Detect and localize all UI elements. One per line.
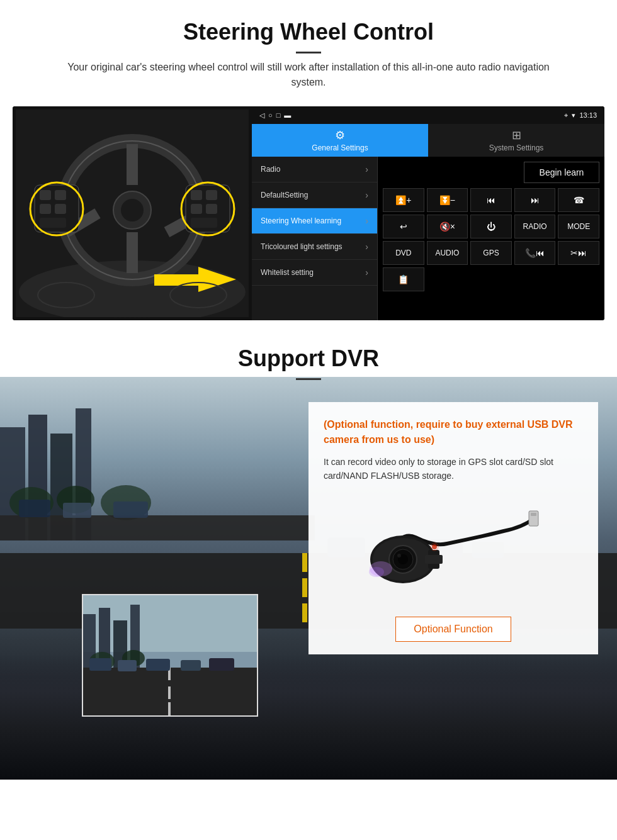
svg-rect-58 [168, 686, 171, 699]
ctrl-phone[interactable]: ☎ [558, 188, 599, 212]
tab-system-settings[interactable]: ⊞ System Settings [428, 124, 604, 157]
menu-item-whitelist[interactable]: Whitelist setting › [252, 260, 377, 286]
menu-whitelist-arrow: › [365, 267, 368, 277]
section1-header: Steering Wheel Control Your original car… [0, 0, 617, 106]
steering-photo-inner [13, 106, 252, 320]
steering-wheel-svg [16, 109, 249, 317]
svg-rect-12 [55, 190, 66, 200]
svg-rect-13 [40, 204, 51, 214]
begin-learn-button[interactable]: Begin learn [524, 162, 599, 183]
svg-rect-21 [191, 218, 217, 228]
svg-rect-61 [118, 660, 137, 671]
control-row-4: 📋 [383, 267, 599, 291]
ctrl-radio[interactable]: RADIO [514, 215, 556, 238]
menu-tricoloured-label: Tricoloured light settings [261, 242, 342, 251]
svg-rect-18 [206, 190, 217, 200]
svg-rect-14 [55, 204, 66, 214]
svg-rect-63 [181, 660, 201, 671]
menu-item-radio[interactable]: Radio › [252, 157, 377, 182]
menu-icon: ▬ [284, 111, 291, 119]
ctrl-vol-up[interactable]: ⏫+ [383, 188, 424, 212]
section1-divider [296, 52, 321, 53]
wifi-icon: ▾ [572, 111, 575, 120]
menu-steering-label: Steering Wheel learning [261, 216, 341, 225]
tab-general-settings[interactable]: ⚙ General Settings [252, 124, 428, 157]
menu-item-defaultsetting[interactable]: DefaultSetting › [252, 182, 377, 208]
gps-icon: ⌖ [564, 111, 568, 120]
svg-point-78 [369, 567, 384, 577]
svg-point-8 [121, 199, 144, 221]
tab-system-label: System Settings [489, 143, 544, 152]
menu-radio-arrow: › [365, 164, 368, 174]
home-icon: ○ [268, 111, 273, 119]
ctrl-prev-track[interactable]: ⏮ [470, 188, 512, 212]
dvr-info-box: (Optional function, require to buy exter… [308, 402, 598, 654]
svg-rect-17 [191, 190, 202, 200]
svg-point-72 [397, 554, 401, 557]
svg-rect-60 [89, 658, 111, 671]
steering-section: Steering Wheel Control Your original car… [0, 0, 617, 320]
svg-rect-74 [425, 555, 443, 564]
control-row-2: ↩ 🔇× ⏻ RADIO MODE [383, 215, 599, 238]
section1-title: Steering Wheel Control [13, 19, 604, 45]
control-panel: Begin learn ⏫+ ⏬− ⏮ ⏭ ☎ ↩ 🔇× ⏻ [378, 157, 604, 320]
svg-rect-62 [146, 659, 170, 671]
steering-photo [13, 106, 252, 320]
tab-general-label: General Settings [312, 143, 368, 152]
svg-rect-11 [40, 190, 51, 200]
ctrl-audio[interactable]: AUDIO [427, 241, 468, 265]
steering-demo: ◁ ○ □ ▬ ⌖ ▾ 13:13 ⚙ General Settings [13, 106, 604, 320]
dvr-camera-image [324, 493, 583, 607]
menu-whitelist-label: Whitelist setting [261, 268, 314, 277]
section1-desc: Your original car's steering wheel contr… [57, 60, 560, 90]
menu-radio-label: Radio [261, 165, 280, 174]
gear-icon: ⚙ [335, 128, 345, 142]
android-statusbar: ◁ ○ □ ▬ ⌖ ▾ 13:13 [252, 106, 604, 124]
dvr-camera-svg [365, 500, 541, 600]
svg-point-75 [432, 544, 437, 549]
recent-icon: □ [276, 111, 281, 119]
dvr-header: Support DVR [0, 327, 617, 393]
android-content: Radio › DefaultSetting › Steering Wheel … [252, 157, 604, 320]
control-row-3: DVD AUDIO GPS 📞⏮ ✂⏭ [383, 241, 599, 265]
dvr-inset-preview [82, 594, 258, 717]
svg-rect-20 [206, 204, 217, 214]
svg-rect-42 [302, 578, 307, 597]
ctrl-power[interactable]: ⏻ [470, 215, 512, 238]
ctrl-dvd[interactable]: DVD [383, 241, 424, 265]
ctrl-vol-down[interactable]: ⏬− [427, 188, 468, 212]
android-panel: ◁ ○ □ ▬ ⌖ ▾ 13:13 ⚙ General Settings [252, 106, 604, 320]
ctrl-mode[interactable]: MODE [558, 215, 599, 238]
menu-item-steering[interactable]: Steering Wheel learning › [252, 208, 377, 234]
ctrl-cut-next[interactable]: ✂⏭ [558, 241, 599, 265]
ctrl-mute[interactable]: 🔇× [427, 215, 468, 238]
ctrl-gps[interactable]: GPS [470, 241, 512, 265]
menu-default-label: DefaultSetting [261, 191, 308, 199]
menu-steering-arrow: › [365, 216, 368, 226]
dvr-body-text: It can record video only to storage in G… [324, 455, 583, 483]
dvr-inset-svg [83, 595, 258, 717]
control-row-1: ⏫+ ⏬− ⏮ ⏭ ☎ [383, 188, 599, 212]
svg-rect-59 [168, 702, 171, 717]
ctrl-back[interactable]: ↩ [383, 215, 424, 238]
statusbar-nav-icons: ◁ ○ □ ▬ [259, 111, 291, 120]
ctrl-next-track[interactable]: ⏭ [514, 188, 556, 212]
ctrl-extra[interactable]: 📋 [383, 267, 424, 291]
svg-rect-43 [302, 603, 307, 622]
begin-learn-row: Begin learn [383, 162, 599, 183]
optional-function-button[interactable]: Optional Function [395, 617, 511, 642]
menu-default-arrow: › [365, 190, 368, 200]
menu-tricoloured-arrow: › [365, 242, 368, 252]
menu-item-tricoloured[interactable]: Tricoloured light settings › [252, 234, 377, 260]
svg-rect-15 [40, 218, 66, 228]
back-icon: ◁ [259, 111, 264, 120]
android-tabs: ⚙ General Settings ⊞ System Settings [252, 124, 604, 157]
svg-rect-19 [191, 204, 202, 214]
svg-rect-66 [531, 513, 536, 516]
dvr-optional-text: (Optional function, require to buy exter… [324, 417, 583, 447]
ctrl-phone-prev[interactable]: 📞⏮ [514, 241, 556, 265]
svg-rect-25 [154, 274, 200, 286]
time-display: 13:13 [579, 111, 597, 119]
svg-rect-41 [302, 553, 307, 572]
settings-menu: Radio › DefaultSetting › Steering Wheel … [252, 157, 378, 320]
